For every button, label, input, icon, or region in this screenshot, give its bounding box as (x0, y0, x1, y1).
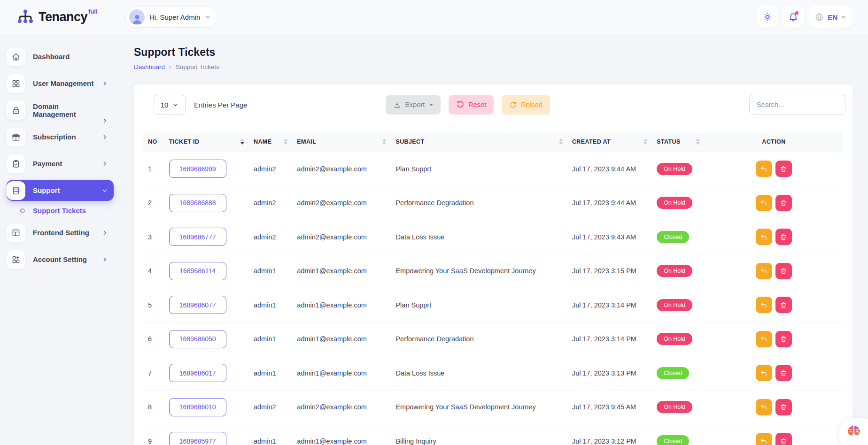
sidebar-item-domain-management[interactable]: Domain Management (7, 100, 114, 121)
ticket-id-button[interactable]: 1689686114 (169, 262, 226, 280)
ticket-created-at: Jul 17, 2023 3:12 PM (567, 437, 652, 445)
ticket-subject: Performance Degradation (391, 335, 567, 343)
language-selector[interactable]: EN (808, 6, 852, 28)
reply-button[interactable] (756, 297, 772, 313)
search-input[interactable] (749, 95, 845, 115)
reply-button[interactable] (756, 365, 772, 381)
sort-icon (284, 138, 287, 145)
gridplus-icon (7, 250, 25, 269)
ticket-id-button[interactable]: 1689686010 (169, 398, 226, 416)
delete-button[interactable] (775, 365, 792, 381)
ticket-id-button[interactable]: 1689686999 (169, 160, 226, 178)
ticket-email: admin1@example.com (292, 437, 391, 445)
column-header-subject[interactable]: SUBJECT (391, 138, 567, 145)
sidebar-item-dashboard[interactable]: Dashboard (7, 46, 114, 67)
table-action-buttons: Export Reset Reload (386, 95, 550, 115)
table-row: 11689686999admin2admin2@example.comPlan … (143, 152, 843, 186)
ticket-subject: Plan Supprt (391, 301, 567, 309)
sidebar-item-label: Dashboard (33, 53, 70, 61)
table-row: 21689686888admin2admin2@example.comPerfo… (143, 186, 843, 221)
sidebar-item-frontend-setting[interactable]: Frontend Setting (7, 222, 114, 243)
ticket-subject: Billing Inquiry (391, 437, 567, 445)
sidebar-item-subscription[interactable]: Subscription (7, 126, 114, 147)
ticket-id-button[interactable]: 1689686777 (169, 228, 226, 246)
breadcrumb-link-dashboard[interactable]: Dashboard (134, 63, 165, 70)
notifications-button[interactable] (783, 6, 804, 28)
language-label: EN (828, 13, 837, 21)
reply-button[interactable] (756, 229, 772, 245)
table-row: 51689686077admin1admin1@example.comPlan … (143, 288, 843, 322)
column-header-status[interactable]: STATUS (652, 138, 705, 145)
avatar (129, 9, 145, 25)
sidebar-item-label: Account Setting (33, 255, 87, 263)
sidebar-item-account-setting[interactable]: Account Setting (7, 249, 114, 270)
entries-per-page-select[interactable]: 10 (154, 95, 186, 115)
column-header-action: ACTION (705, 138, 843, 145)
globe-icon (814, 12, 824, 22)
table-row: 31689686777admin2admin2@example.comData … (143, 220, 843, 254)
browser-extension-icon[interactable] (839, 418, 868, 445)
row-number: 1 (143, 165, 164, 173)
sidebar-item-support[interactable]: Support (7, 180, 114, 201)
reload-button[interactable]: Reload (502, 95, 550, 115)
ticket-created-at: Jul 17, 2023 3:14 PM (567, 335, 652, 343)
reset-label: Reset (468, 101, 486, 108)
column-header-email[interactable]: EMAIL (292, 138, 391, 145)
reply-button[interactable] (756, 263, 772, 279)
delete-button[interactable] (775, 229, 792, 245)
circle-icon (20, 208, 25, 213)
clipboard-icon (7, 154, 25, 173)
chevron-right-icon (101, 256, 108, 263)
delete-button[interactable] (775, 195, 792, 211)
column-header-created[interactable]: CREATED AT (567, 138, 652, 145)
column-header-ticket[interactable]: TICKET ID (164, 138, 249, 145)
ticket-id-button[interactable]: 1689686888 (169, 194, 226, 212)
reply-button[interactable] (756, 195, 772, 211)
status-badge: Closed (657, 435, 689, 445)
sitemap-logo-icon (16, 8, 35, 26)
delete-button[interactable] (775, 263, 792, 279)
gift-icon (7, 128, 25, 146)
ticket-created-at: Jul 17, 2023 3:13 PM (567, 369, 652, 377)
delete-button[interactable] (775, 297, 792, 313)
delete-button[interactable] (775, 399, 792, 415)
chevron-right-icon (101, 117, 108, 124)
reply-button[interactable] (756, 433, 772, 445)
main-content: Support Tickets Dashboard › Support Tick… (119, 34, 868, 445)
ticket-subject: Empowering Your SaaS Development Journey (391, 267, 567, 275)
page-title: Support Tickets (134, 46, 852, 59)
app-logo[interactable]: Tenancy full (0, 8, 119, 26)
row-number: 8 (143, 403, 164, 411)
reply-button[interactable] (756, 331, 772, 347)
sidebar-item-payment[interactable]: Payment (7, 153, 114, 174)
ticket-name: admin1 (249, 437, 292, 445)
reply-button[interactable] (756, 399, 772, 415)
brand-badge: full (88, 8, 98, 15)
delete-button[interactable] (775, 161, 792, 177)
ticket-email: admin1@example.com (292, 369, 391, 377)
sidebar-subitem-support-tickets[interactable]: Support Tickets (20, 207, 119, 215)
delete-button[interactable] (775, 433, 792, 445)
delete-button[interactable] (775, 331, 792, 347)
ticket-id-button[interactable]: 1689686017 (169, 364, 226, 382)
user-menu[interactable]: Hi, Super Admin (125, 7, 218, 28)
column-label: EMAIL (297, 138, 316, 145)
reply-icon (760, 335, 767, 343)
ticket-id-button[interactable]: 1689685977 (169, 432, 226, 445)
chevron-down-icon (101, 187, 108, 194)
reset-button[interactable]: Reset (449, 95, 494, 115)
breadcrumb-separator: › (169, 63, 171, 70)
ticket-id-button[interactable]: 1689686050 (169, 330, 226, 348)
sidebar-item-user-management[interactable]: User Management (7, 73, 114, 94)
export-button[interactable]: Export (386, 95, 441, 115)
theme-toggle-button[interactable] (757, 6, 778, 28)
reply-button[interactable] (756, 161, 772, 177)
column-header-name[interactable]: NAME (249, 138, 292, 145)
status-badge: Closed (657, 231, 689, 243)
caret-down-icon (429, 104, 433, 106)
export-label: Export (405, 101, 425, 108)
ticket-email: admin2@example.com (292, 165, 391, 173)
ticket-id-button[interactable]: 1689686077 (169, 296, 226, 314)
ticket-email: admin1@example.com (292, 335, 391, 343)
table-row: 41689686114admin1admin1@example.comEmpow… (143, 254, 843, 289)
